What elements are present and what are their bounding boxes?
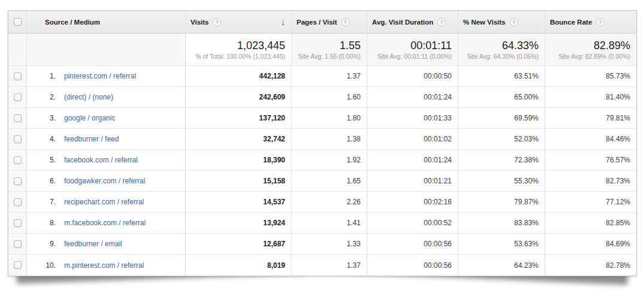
bounce-rate-cell: 82.78% — [545, 255, 636, 276]
summary-duration-value: 00:01:11 — [410, 39, 452, 52]
table-row: 2. (direct) / (none) 242,609 1.60 00:01:… — [8, 87, 636, 108]
sort-descending-icon[interactable]: ↓ — [281, 17, 286, 27]
source-medium-cell: 5. facebook.com / referral — [27, 150, 186, 170]
row-checkbox-cell — [8, 192, 27, 212]
pct-new-visits-cell: 72.38% — [458, 150, 545, 170]
source-medium-link[interactable]: (direct) / (none) — [64, 93, 113, 101]
visits-cell: 12,687 — [186, 234, 292, 254]
pages-per-visit-cell: 1.33 — [292, 234, 367, 254]
row-checkbox[interactable] — [14, 156, 22, 164]
source-medium-link[interactable]: foodgawker.com / referral — [64, 177, 145, 185]
summary-visits: 1,023,445 % of Total: 100.00% (1,023,445… — [186, 34, 292, 65]
source-medium-header-label: Source / Medium — [45, 19, 100, 26]
pages-per-visit-cell: 1.80 — [292, 108, 367, 128]
source-medium-cell: 1. pinterest.com / referral — [27, 66, 186, 86]
pages-per-visit-header-label: Pages / Visit — [297, 19, 337, 26]
row-checkbox[interactable] — [14, 198, 22, 206]
row-checkbox[interactable] — [14, 219, 22, 227]
row-checkbox-cell — [8, 171, 27, 191]
row-checkbox[interactable] — [14, 177, 22, 185]
table-row: 5. facebook.com / referral 18,390 1.92 0… — [8, 150, 636, 171]
help-icon[interactable]: ? — [437, 18, 446, 26]
column-header-pages-per-visit[interactable]: Pages / Visit ? — [292, 11, 367, 33]
column-header-bounce-rate[interactable]: Bounce Rate ? — [545, 11, 636, 33]
row-rank: 7. — [27, 198, 56, 206]
source-medium-link[interactable]: recipechart.com / referral — [64, 198, 144, 206]
row-checkbox-cell — [8, 66, 27, 86]
pct-new-visits-cell: 65.00% — [458, 87, 545, 107]
table-row: 8. m.facebook.com / referral 13,924 1.41… — [8, 213, 636, 234]
pages-per-visit-cell: 1.38 — [292, 129, 367, 149]
visits-cell: 15,158 — [186, 171, 292, 191]
visits-cell: 137,120 — [186, 108, 292, 128]
avg-visit-duration-cell: 00:01:24 — [367, 150, 458, 170]
help-icon[interactable]: ? — [510, 18, 518, 26]
pct-new-visits-cell: 55.30% — [458, 171, 545, 191]
summary-visits-subtext: % of Total: 100.00% (1,023,445) — [195, 52, 285, 61]
help-icon[interactable]: ? — [213, 18, 221, 26]
source-medium-link[interactable]: m.pinterest.com / referral — [64, 261, 144, 270]
column-header-visits[interactable]: Visits ? ↓ — [186, 11, 292, 33]
visits-cell: 32,742 — [186, 129, 292, 149]
source-medium-cell: 3. google / organic — [27, 108, 186, 128]
source-medium-link[interactable]: pinterest.com / referral — [64, 72, 136, 80]
row-rank: 2. — [27, 93, 56, 101]
row-checkbox[interactable] — [14, 114, 22, 122]
pct-new-visits-header-label: % New Visits — [463, 19, 506, 26]
summary-pages-value: 1.55 — [340, 39, 361, 52]
avg-visit-duration-cell: 00:01:33 — [367, 108, 458, 128]
row-rank: 6. — [27, 177, 56, 185]
row-checkbox-cell — [8, 150, 27, 170]
summary-visits-value: 1,023,445 — [237, 39, 285, 52]
source-medium-link[interactable]: google / organic — [64, 114, 115, 122]
row-checkbox-cell — [8, 234, 27, 254]
bounce-rate-cell: 84.69% — [545, 234, 636, 254]
pct-new-visits-cell: 53.63% — [458, 234, 545, 254]
source-medium-cell: 8. m.facebook.com / referral — [27, 213, 186, 233]
pages-per-visit-cell: 1.41 — [292, 213, 367, 233]
row-rank: 9. — [27, 240, 56, 248]
table-row: 3. google / organic 137,120 1.80 00:01:3… — [8, 108, 636, 129]
source-medium-cell: 7. recipechart.com / referral — [27, 192, 186, 212]
analytics-table-stage: Source / Medium Visits ? ↓ Pages / Visit… — [8, 10, 637, 276]
table-row: 10. m.pinterest.com / referral 8,019 1.3… — [8, 255, 636, 276]
pages-per-visit-cell: 1.92 — [292, 150, 367, 170]
table-header-row: Source / Medium Visits ? ↓ Pages / Visit… — [8, 11, 636, 34]
visits-header-label: Visits — [191, 19, 208, 26]
row-checkbox[interactable] — [14, 73, 22, 80]
source-medium-link[interactable]: feedburner / feed — [64, 135, 119, 143]
select-all-checkbox[interactable] — [14, 18, 22, 26]
bounce-rate-cell: 85.73% — [545, 66, 636, 86]
help-icon[interactable]: ? — [596, 18, 604, 26]
source-medium-cell: 9. feedburner / email — [27, 234, 186, 254]
summary-pct-new-visits: 64.33% Site Avg: 64.30% (0.05%) — [458, 34, 545, 65]
pct-new-visits-cell: 69.59% — [458, 108, 545, 128]
avg-visit-duration-cell: 00:02:16 — [367, 192, 458, 212]
row-rank: 10. — [27, 261, 56, 270]
summary-bounce-subtext: Site Avg: 82.89% (0.00%) — [559, 52, 630, 61]
summary-row: 1,023,445 % of Total: 100.00% (1,023,445… — [8, 34, 636, 66]
source-medium-cell: 6. foodgawker.com / referral — [27, 171, 186, 191]
row-checkbox[interactable] — [14, 261, 22, 269]
source-medium-link[interactable]: facebook.com / referral — [64, 156, 138, 164]
help-icon[interactable]: ? — [341, 18, 350, 26]
row-rank: 5. — [27, 156, 56, 164]
column-header-source-medium[interactable]: Source / Medium — [27, 11, 186, 33]
pages-per-visit-cell: 2.26 — [292, 192, 367, 212]
row-checkbox[interactable] — [14, 93, 22, 101]
source-medium-cell: 4. feedburner / feed — [27, 129, 186, 149]
column-header-pct-new-visits[interactable]: % New Visits ? — [458, 11, 545, 33]
row-checkbox[interactable] — [14, 135, 22, 143]
avg-visit-duration-cell: 00:00:52 — [367, 213, 458, 233]
row-rank: 4. — [27, 135, 56, 143]
source-medium-link[interactable]: m.facebook.com / referral — [64, 219, 146, 227]
pct-new-visits-cell: 83.83% — [458, 213, 545, 233]
source-medium-table: Source / Medium Visits ? ↓ Pages / Visit… — [8, 10, 637, 276]
pages-per-visit-cell: 1.65 — [292, 171, 367, 191]
avg-visit-duration-cell: 00:01:24 — [367, 87, 458, 107]
row-checkbox[interactable] — [14, 240, 22, 248]
summary-duration-subtext: Site Avg: 00:01:11 (0.00%) — [377, 52, 452, 61]
column-header-avg-visit-duration[interactable]: Avg. Visit Duration ? — [367, 11, 458, 33]
source-medium-link[interactable]: feedburner / email — [64, 240, 122, 248]
visits-cell: 242,609 — [186, 87, 292, 107]
